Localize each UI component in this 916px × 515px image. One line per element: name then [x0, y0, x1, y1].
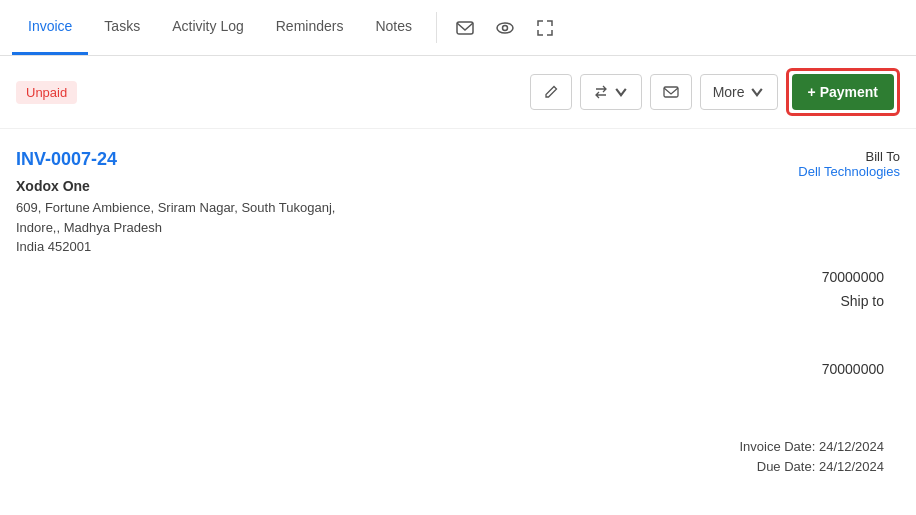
bill-to-name: Dell Technologies: [798, 164, 900, 179]
invoice-left: INV-0007-24 Xodox One 609, Fortune Ambie…: [16, 149, 335, 257]
tab-divider: [436, 12, 437, 43]
invoice-date-row: Invoice Date: 24/12/2024: [32, 437, 884, 458]
payment-button-highlight: + Payment: [786, 68, 900, 116]
due-date-row: Due Date: 24/12/2024: [32, 457, 884, 478]
edit-icon: [543, 84, 559, 100]
tab-activity-log[interactable]: Activity Log: [156, 0, 260, 55]
chevron-down-icon-more: [749, 84, 765, 100]
due-date-label: Due Date:: [757, 459, 816, 474]
envelope-icon: [455, 18, 475, 38]
svg-rect-0: [457, 22, 473, 34]
toolbar: Unpaid More + Payment: [0, 56, 916, 129]
expand-icon: [535, 18, 555, 38]
convert-button[interactable]: [580, 74, 642, 110]
bill-to-section: Bill To Dell Technologies: [798, 149, 900, 179]
dates-section: Invoice Date: 24/12/2024 Due Date: 24/12…: [16, 437, 900, 479]
chevron-down-icon: [613, 84, 629, 100]
send-email-button[interactable]: [650, 74, 692, 110]
svg-rect-3: [664, 87, 678, 97]
expand-icon-btn[interactable]: [525, 0, 565, 55]
more-button[interactable]: More: [700, 74, 778, 110]
tabs-bar: Invoice Tasks Activity Log Reminders Not…: [0, 0, 916, 56]
svg-point-2: [503, 25, 508, 30]
invoice-content: INV-0007-24 Xodox One 609, Fortune Ambie…: [0, 129, 916, 498]
eye-icon-btn[interactable]: [485, 0, 525, 55]
address-line-2: Indore,, Madhya Pradesh: [16, 218, 335, 238]
address-line-1: 609, Fortune Ambience, Sriram Nagar, Sou…: [16, 198, 335, 218]
phone2-row: 70000000: [16, 349, 900, 377]
tab-notes[interactable]: Notes: [359, 0, 428, 55]
edit-button[interactable]: [530, 74, 572, 110]
due-date-value: 24/12/2024: [819, 459, 884, 474]
address-line-3: India 452001: [16, 237, 335, 257]
invoice-header: INV-0007-24 Xodox One 609, Fortune Ambie…: [16, 149, 900, 257]
company-name: Xodox One: [16, 178, 335, 194]
bill-to-label: Bill To: [798, 149, 900, 164]
phone-value: 70000000: [822, 269, 884, 285]
phone-row: 70000000: [16, 257, 900, 285]
status-badge: Unpaid: [16, 81, 77, 104]
ship-to-label: Ship to: [840, 293, 884, 309]
invoice-date-value: 24/12/2024: [819, 439, 884, 454]
eye-icon: [495, 18, 515, 38]
svg-point-1: [497, 23, 513, 33]
email-icon-btn[interactable]: [445, 0, 485, 55]
invoice-date-label: Invoice Date:: [739, 439, 815, 454]
tab-reminders[interactable]: Reminders: [260, 0, 360, 55]
convert-icon: [593, 84, 609, 100]
tab-tasks[interactable]: Tasks: [88, 0, 156, 55]
ship-to-row: Ship to: [16, 285, 900, 309]
mail-icon: [663, 84, 679, 100]
phone2-value: 70000000: [822, 361, 884, 377]
main-content: INV-0007-24 Xodox One 609, Fortune Ambie…: [0, 129, 916, 515]
tab-invoice[interactable]: Invoice: [12, 0, 88, 55]
invoice-id: INV-0007-24: [16, 149, 335, 170]
payment-button[interactable]: + Payment: [792, 74, 894, 110]
